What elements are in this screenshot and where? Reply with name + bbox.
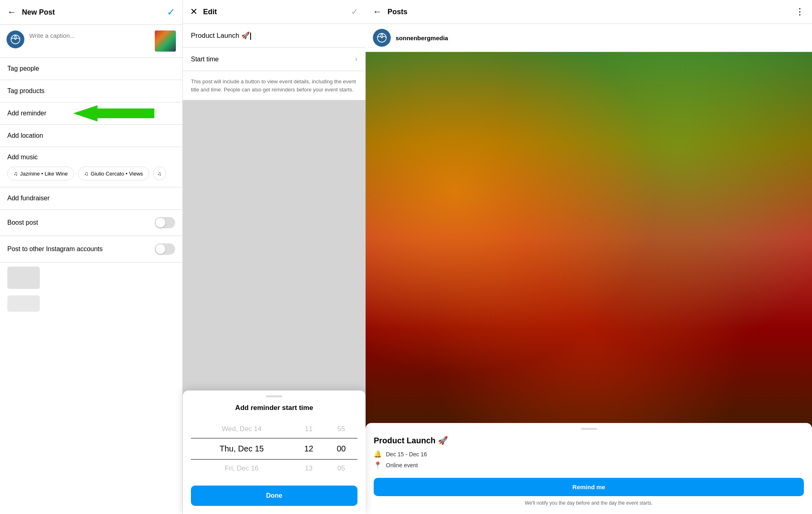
- event-title-text: Product Launch 🚀: [191, 32, 250, 39]
- new-post-header: ← New Post ✓: [0, 0, 182, 25]
- user-avatar: [373, 29, 391, 47]
- posts-header-left: ← Posts: [373, 7, 407, 17]
- add-fundraiser-label: Add fundraiser: [7, 195, 50, 202]
- event-desc-text: This post will include a button to view …: [191, 78, 357, 93]
- tag-products-label: Tag products: [7, 87, 45, 95]
- avatar: [6, 30, 24, 48]
- minute-row-2: 05: [325, 460, 357, 477]
- posts-title: Posts: [388, 8, 407, 16]
- event-title-row: Product Launch 🚀: [183, 24, 366, 48]
- header-left: ← New Post: [7, 7, 55, 17]
- user-row: sonnenbergmedia: [366, 24, 812, 52]
- music-chip-2-label: Giulio Cercato • Views: [91, 171, 143, 177]
- post-image: 📅 Product Launch 🚀 🔔 Dec 15 - Dec 16 📍 O…: [366, 52, 812, 514]
- gray-placeholder-2: [7, 295, 40, 312]
- other-accounts-toggle[interactable]: [155, 243, 175, 255]
- edit-panel: ✕ Edit ✓ Product Launch 🚀 Start time › T…: [183, 0, 366, 514]
- sidebar-item-add-fundraiser[interactable]: Add fundraiser: [0, 187, 182, 210]
- music-chip-1[interactable]: ♫ Jazmine • Like Wine: [7, 167, 74, 180]
- add-location-label: Add location: [7, 132, 43, 139]
- hour-row-2: 13: [292, 460, 325, 477]
- boost-post-toggle[interactable]: [155, 217, 175, 228]
- date-column: Wed, Dec 14 Thu, Dec 15 Fri, Dec 16: [191, 420, 292, 477]
- caption-input[interactable]: [29, 30, 150, 46]
- green-arrow-icon: [73, 104, 154, 122]
- other-accounts-toggle-row: Post to other Instagram accounts: [0, 236, 182, 262]
- chevron-right-icon: ›: [355, 55, 357, 63]
- date-info-row: 🔔 Dec 15 - Dec 16: [374, 450, 804, 458]
- date-row-1-selected[interactable]: Thu, Dec 15: [191, 438, 292, 460]
- caption-area: [0, 25, 182, 58]
- minute-row-1-selected[interactable]: 00: [325, 438, 357, 460]
- tag-people-label: Tag people: [7, 65, 39, 72]
- hour-column: 11 12 13: [292, 420, 325, 477]
- bell-icon: 🔔: [374, 450, 382, 458]
- close-button[interactable]: ✕: [190, 7, 197, 17]
- edit-header-left: ✕ Edit: [190, 7, 217, 17]
- more-music-icon: ♫: [158, 171, 162, 177]
- posts-panel: ← Posts ⋮ sonnenbergmedia 📅 Product Laun…: [366, 0, 812, 514]
- back-button[interactable]: ←: [7, 7, 16, 17]
- start-time-label: Start time: [191, 56, 219, 63]
- hour-row-0: 11: [292, 420, 325, 438]
- sidebar-item-tag-people[interactable]: Tag people: [0, 58, 182, 80]
- event-card: Product Launch 🚀 🔔 Dec 15 - Dec 16 📍 Onl…: [366, 423, 812, 514]
- other-accounts-label: Post to other Instagram accounts: [7, 245, 103, 253]
- date-row-0: Wed, Dec 14: [191, 420, 292, 438]
- notify-text: We'll notify you the day before and the …: [374, 500, 804, 506]
- music-section: Add music ♫ Jazmine • Like Wine ♫ Giulio…: [0, 147, 182, 187]
- event-description: This post will include a button to view …: [183, 71, 366, 100]
- music-icon-2: ♫: [84, 170, 89, 177]
- svg-marker-1: [73, 105, 154, 121]
- page-title: New Post: [22, 8, 55, 17]
- edit-title: Edit: [203, 8, 217, 16]
- card-title: Product Launch 🚀: [374, 436, 804, 445]
- edit-confirm-button[interactable]: ✓: [351, 7, 358, 17]
- music-chip-2[interactable]: ♫ Giulio Cercato • Views: [78, 167, 149, 180]
- post-thumbnail: [155, 30, 176, 52]
- boost-post-toggle-row: Boost post: [0, 210, 182, 236]
- add-reminder-label: Add reminder: [7, 110, 46, 117]
- text-cursor: [250, 33, 251, 40]
- location-info-row: 📍 Online event: [374, 461, 804, 469]
- edit-header: ✕ Edit ✓: [183, 0, 366, 24]
- done-button[interactable]: Done: [191, 486, 357, 506]
- date-row-2: Fri, Dec 16: [191, 460, 292, 477]
- sheet-drag-handle: [266, 395, 282, 397]
- username-label: sonnenbergmedia: [396, 35, 448, 41]
- remind-me-button[interactable]: Remind me: [374, 478, 804, 496]
- music-chips: ♫ Jazmine • Like Wine ♫ Giulio Cercato •…: [7, 167, 175, 180]
- new-post-panel: ← New Post ✓ Tag people Tag products Add…: [0, 0, 183, 514]
- boost-post-label: Boost post: [7, 219, 38, 226]
- time-picker: Wed, Dec 14 Thu, Dec 15 Fri, Dec 16 11 1…: [191, 420, 357, 477]
- music-chip-1-label: Jazmine • Like Wine: [20, 171, 68, 177]
- minute-column: 55 00 05: [325, 420, 357, 477]
- add-music-label: Add music: [7, 154, 175, 161]
- music-icon-1: ♫: [13, 170, 18, 177]
- minute-row-0: 55: [325, 420, 357, 438]
- reminder-bottom-sheet: Add reminder start time Wed, Dec 14 Thu,…: [183, 390, 366, 514]
- more-options-button[interactable]: ⋮: [795, 7, 805, 17]
- sidebar-item-add-location[interactable]: Add location: [0, 125, 182, 147]
- confirm-button[interactable]: ✓: [167, 7, 175, 18]
- start-time-row[interactable]: Start time ›: [183, 48, 366, 71]
- edit-content: Product Launch 🚀 Start time › This post …: [183, 24, 366, 100]
- posts-header: ← Posts ⋮: [366, 0, 812, 24]
- location-pin-icon: 📍: [374, 461, 382, 469]
- card-drag-handle: [581, 428, 597, 430]
- sheet-title: Add reminder start time: [191, 404, 357, 412]
- location-text: Online event: [386, 462, 418, 468]
- music-chip-more[interactable]: ♫: [153, 167, 166, 180]
- sidebar-item-add-reminder[interactable]: Add reminder: [0, 102, 182, 125]
- sidebar-item-tag-products[interactable]: Tag products: [0, 80, 182, 102]
- posts-back-button[interactable]: ←: [373, 7, 382, 17]
- gray-placeholder: [7, 267, 40, 289]
- date-range-text: Dec 15 - Dec 16: [386, 451, 427, 458]
- hour-row-1-selected[interactable]: 12: [292, 438, 325, 460]
